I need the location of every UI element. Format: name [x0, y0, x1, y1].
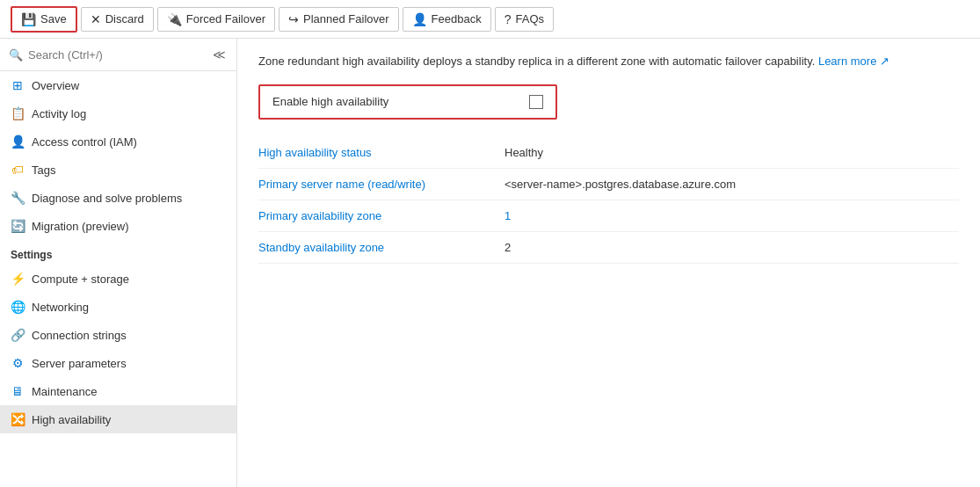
feedback-icon: 👤 [412, 12, 427, 26]
forced-failover-icon: 🔌 [167, 12, 182, 26]
sidebar-item-networking[interactable]: 🌐 Networking [0, 293, 236, 321]
faqs-button[interactable]: ? FAQs [495, 7, 554, 32]
sidebar-item-label: Connection strings [32, 329, 127, 342]
field-label: High availability status [258, 137, 505, 169]
search-icon: 🔍 [9, 48, 23, 62]
planned-failover-button[interactable]: ↪ Planned Failover [279, 7, 399, 32]
sidebar-item-label: Tags [32, 164, 55, 177]
sidebar-item-high-availability[interactable]: 🔀 High availability [0, 405, 236, 433]
activity-log-icon: 📋 [11, 106, 25, 120]
sidebar-item-label: High availability [32, 413, 111, 426]
server-parameters-icon: ⚙ [11, 356, 25, 370]
field-label: Primary availability zone [258, 200, 505, 231]
collapse-button[interactable]: ≪ [211, 46, 228, 63]
sidebar-item-label: Activity log [32, 107, 86, 120]
sidebar-item-label: Maintenance [32, 385, 97, 398]
field-value[interactable]: 1 [505, 200, 959, 231]
enable-ha-checkbox[interactable] [529, 95, 543, 109]
field-label: Primary server name (read/write) [258, 168, 505, 200]
search-bar: 🔍 ≪ [0, 39, 236, 71]
feedback-button[interactable]: 👤 Feedback [403, 7, 491, 32]
learn-more-link[interactable]: Learn more ↗ [818, 55, 889, 68]
sidebar-item-activity-log[interactable]: 📋 Activity log [0, 99, 236, 127]
forced-failover-button[interactable]: 🔌 Forced Failover [157, 7, 275, 32]
sidebar-item-label: Compute + storage [32, 273, 129, 286]
table-row: Primary server name (read/write)<server-… [258, 168, 959, 200]
description-text: Zone redundant high availability deploys… [258, 53, 959, 70]
sidebar-item-label: Overview [32, 79, 79, 92]
toolbar: 💾 Save ✕ Discard 🔌 Forced Failover ↪ Pla… [0, 0, 980, 39]
tags-icon: 🏷 [11, 163, 25, 177]
save-label: Save [40, 12, 67, 25]
sidebar-item-label: Migration (preview) [32, 220, 129, 233]
settings-section-label: Settings [0, 240, 236, 265]
sidebar-item-overview[interactable]: ⊞ Overview [0, 71, 236, 99]
search-input[interactable] [28, 48, 206, 62]
migration-icon: 🔄 [11, 219, 25, 233]
field-label: Standby availability zone [258, 231, 505, 263]
sidebar-item-label: Diagnose and solve problems [32, 192, 182, 205]
enable-ha-box: Enable high availability [258, 84, 557, 120]
main-layout: 🔍 ≪ ⊞ Overview 📋 Activity log 👤 Access c… [0, 39, 980, 487]
discard-label: Discard [105, 12, 144, 25]
sidebar-item-label: Access control (IAM) [32, 135, 137, 149]
faqs-label: FAQs [515, 12, 544, 25]
faqs-icon: ? [505, 12, 512, 26]
discard-button[interactable]: ✕ Discard [81, 7, 154, 32]
table-row: High availability statusHealthy [258, 137, 959, 169]
field-value: <server-name>.postgres.database.azure.co… [505, 168, 959, 200]
feedback-label: Feedback [432, 12, 482, 25]
high-availability-icon: 🔀 [11, 412, 25, 426]
sidebar-item-connection-strings[interactable]: 🔗 Connection strings [0, 321, 236, 349]
sidebar-item-compute-storage[interactable]: ⚡ Compute + storage [0, 265, 236, 293]
table-row: Standby availability zone2 [258, 231, 959, 263]
discard-icon: ✕ [91, 12, 101, 26]
planned-failover-icon: ↪ [288, 12, 299, 26]
forced-failover-label: Forced Failover [186, 12, 265, 25]
save-icon: 💾 [21, 12, 36, 26]
sidebar-item-access-control[interactable]: 👤 Access control (IAM) [0, 127, 236, 156]
save-button[interactable]: 💾 Save [11, 6, 77, 33]
sidebar: 🔍 ≪ ⊞ Overview 📋 Activity log 👤 Access c… [0, 39, 237, 487]
compute-icon: ⚡ [11, 272, 25, 286]
field-value: Healthy [505, 137, 959, 169]
sidebar-item-diagnose[interactable]: 🔧 Diagnose and solve problems [0, 184, 236, 212]
planned-failover-label: Planned Failover [303, 12, 389, 25]
networking-icon: 🌐 [11, 300, 25, 314]
diagnose-icon: 🔧 [11, 191, 25, 205]
info-table: High availability statusHealthyPrimary s… [258, 137, 959, 264]
sidebar-item-tags[interactable]: 🏷 Tags [0, 156, 236, 184]
iam-icon: 👤 [11, 134, 25, 149]
sidebar-item-label: Server parameters [32, 357, 127, 370]
overview-icon: ⊞ [11, 78, 25, 92]
sidebar-item-server-parameters[interactable]: ⚙ Server parameters [0, 349, 236, 377]
sidebar-item-maintenance[interactable]: 🖥 Maintenance [0, 377, 236, 405]
sidebar-item-migration[interactable]: 🔄 Migration (preview) [0, 212, 236, 240]
connection-strings-icon: 🔗 [11, 328, 25, 342]
enable-ha-label: Enable high availability [272, 95, 388, 108]
maintenance-icon: 🖥 [11, 384, 25, 398]
content-area: Zone redundant high availability deploys… [237, 39, 980, 487]
field-value: 2 [505, 231, 959, 263]
sidebar-item-label: Networking [32, 301, 89, 314]
table-row: Primary availability zone1 [258, 200, 959, 231]
